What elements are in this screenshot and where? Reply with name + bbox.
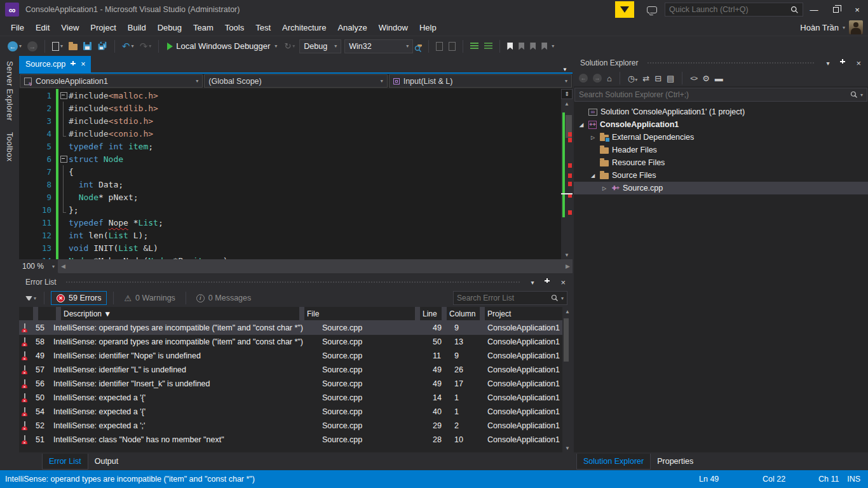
clear-bookmarks-button[interactable] [540, 41, 548, 51]
error-row[interactable]: 56IntelliSense: identifier "Insert_k" is… [19, 377, 562, 391]
tree-item-source-cpp[interactable]: ▷✚+Source.cpp [574, 182, 868, 194]
open-file-button[interactable] [67, 41, 79, 51]
attach-to-process-button[interactable] [435, 41, 444, 52]
copy-button[interactable] [447, 41, 457, 52]
error-list-title-bar[interactable]: Error List ▾ × [19, 275, 573, 289]
collapse-all-icon[interactable]: ⊟ [654, 74, 661, 83]
errors-filter-button[interactable]: ✕ 59 Errors [51, 291, 107, 305]
scroll-up-icon[interactable]: ▲ [561, 99, 573, 108]
navigate-forward-button[interactable]: → [26, 40, 39, 53]
splitter-handle[interactable]: ⇕ [561, 89, 573, 99]
back-icon[interactable]: ← [579, 74, 588, 83]
code-editor[interactable]: 1#include<malloc.h>2#include<stdlib.h>3#… [19, 89, 573, 259]
search-options-icon[interactable]: ▾ [860, 92, 863, 98]
zoom-level-select[interactable]: 100 %▾ [19, 260, 58, 273]
restart-button[interactable]: ↻▾ [283, 40, 296, 52]
next-bookmark-button[interactable] [529, 41, 537, 51]
code-line[interactable]: 11typedef Nope *List; [19, 216, 561, 229]
menu-project[interactable]: Project [85, 21, 121, 34]
member-dropdown[interactable]: Input(List & L)▾ [389, 74, 572, 88]
scroll-down-icon[interactable]: ▼ [562, 444, 573, 452]
tab-error-list[interactable]: Error List [42, 454, 88, 470]
tree-item-consoleapplication1[interactable]: ◢++ConsoleApplication1 [574, 118, 868, 131]
menu-view[interactable]: View [55, 21, 85, 34]
fold-collapse-icon[interactable] [58, 89, 69, 102]
solution-explorer-search-box[interactable]: ▾ [574, 88, 867, 102]
toggle-bookmark-button[interactable] [506, 41, 514, 51]
error-row[interactable]: 51IntelliSense: class "Node" has no memb… [19, 433, 562, 447]
auto-hide-pin-icon[interactable] [542, 278, 552, 287]
code-line[interactable]: 1#include<malloc.h> [19, 89, 561, 102]
expander-icon[interactable]: ◢ [578, 122, 585, 128]
expander-icon[interactable]: ◢ [589, 173, 597, 179]
code-line[interactable]: 9 Node* pNext; [19, 191, 561, 203]
tree-item-source-files[interactable]: ◢Source Files [574, 169, 868, 182]
error-row[interactable]: 52IntelliSense: expected a ';'Source.cpp… [19, 419, 562, 433]
user-avatar[interactable] [849, 20, 863, 34]
scroll-down-icon[interactable]: ▼ [561, 250, 573, 259]
error-row[interactable]: 54IntelliSense: expected a '{'Source.cpp… [19, 405, 562, 419]
editor-vertical-scrollbar[interactable]: ⇕ ▲ ▼ [561, 89, 573, 259]
tab-output[interactable]: Output [88, 454, 125, 469]
pin-icon[interactable] [70, 61, 76, 68]
column-header-line[interactable]: Line [420, 309, 442, 318]
expander-icon[interactable]: ▷ [589, 135, 597, 140]
restore-button[interactable] [825, 1, 846, 18]
warnings-filter-button[interactable]: ⚠ 0 Warnings [120, 294, 179, 303]
menu-help[interactable]: Help [414, 21, 442, 34]
view-code-icon[interactable]: <> [690, 74, 697, 82]
code-line[interactable]: 2#include<stdlib.h> [19, 102, 561, 114]
save-all-button[interactable] [96, 40, 109, 52]
feedback-icon[interactable] [647, 6, 657, 13]
error-search-box[interactable]: ▾ [453, 291, 567, 305]
code-line[interactable]: 10}; [19, 203, 561, 216]
menu-test[interactable]: Test [250, 21, 276, 34]
error-row[interactable]: 58IntelliSense: operand types are incomp… [19, 335, 562, 349]
panel-close-icon[interactable]: × [854, 58, 863, 68]
tree-item-external-dependencies[interactable]: ▷External Dependencies [574, 131, 868, 144]
tool-strip-tab-toolbox[interactable]: Toolbox [5, 132, 14, 162]
fold-collapse-icon[interactable] [58, 152, 69, 165]
comment-button[interactable] [469, 41, 480, 51]
error-row[interactable]: 50IntelliSense: expected a '{'Source.cpp… [19, 391, 562, 405]
menu-tools[interactable]: Tools [219, 21, 250, 34]
error-row[interactable]: 57IntelliSense: identifier "L" is undefi… [19, 363, 562, 377]
tree-item-resource-files[interactable]: Resource Files [574, 156, 868, 169]
properties-wrench-icon[interactable]: ⚙ [702, 74, 710, 83]
code-line[interactable]: 7{ [19, 165, 561, 178]
column-header-description[interactable]: Description ▼ [61, 309, 299, 318]
column-header-column[interactable]: Column [447, 309, 480, 318]
solution-configurations-combo[interactable]: Debug▾ [299, 39, 341, 53]
messages-filter-button[interactable]: i 0 Messages [193, 294, 255, 302]
uncomment-button[interactable] [483, 41, 494, 51]
column-header-project[interactable]: Project [485, 309, 562, 318]
menu-analyze[interactable]: Analyze [332, 21, 372, 34]
save-button[interactable] [82, 41, 93, 51]
preview-selected-items-icon[interactable]: ▬ [715, 74, 723, 83]
solution-platforms-combo[interactable]: Win32▾ [344, 39, 413, 53]
auto-hide-pin-icon[interactable] [837, 59, 848, 67]
solution-search-input[interactable] [579, 90, 848, 99]
error-search-input[interactable] [457, 294, 548, 302]
start-debug-button[interactable]: Local Windows Debugger ▾ [165, 40, 280, 52]
window-position-icon[interactable]: ▾ [824, 60, 831, 67]
window-position-icon[interactable]: ▾ [529, 279, 536, 286]
minimize-button[interactable]: — [803, 1, 825, 18]
code-line[interactable]: 14Node *Make_Node(Node *P, item x); [19, 254, 561, 259]
new-file-button[interactable]: ▾ [51, 41, 64, 52]
code-line[interactable]: 5typedef int item; [19, 140, 561, 152]
code-line[interactable]: 6struct Node [19, 152, 561, 165]
tab-properties[interactable]: Properties [651, 454, 700, 469]
undo-button[interactable]: ↶▾ [121, 41, 135, 52]
editor-horizontal-scrollbar[interactable]: ◀▶ [58, 259, 573, 273]
menu-debug[interactable]: Debug [152, 21, 187, 34]
redo-button[interactable]: ↷▾ [139, 41, 153, 52]
tab-source-cpp[interactable]: Source.cpp × [19, 56, 91, 72]
error-row[interactable]: 55IntelliSense: operand types are incomp… [19, 321, 562, 335]
toolbar-overflow-button[interactable]: ▾ [552, 43, 554, 49]
menu-build[interactable]: Build [122, 21, 152, 34]
forward-icon[interactable]: → [593, 74, 602, 83]
sync-with-active-document-icon[interactable]: ⇄ [642, 74, 649, 83]
menu-architecture[interactable]: Architecture [276, 21, 332, 34]
code-line[interactable]: 3#include<stdio.h> [19, 114, 561, 127]
